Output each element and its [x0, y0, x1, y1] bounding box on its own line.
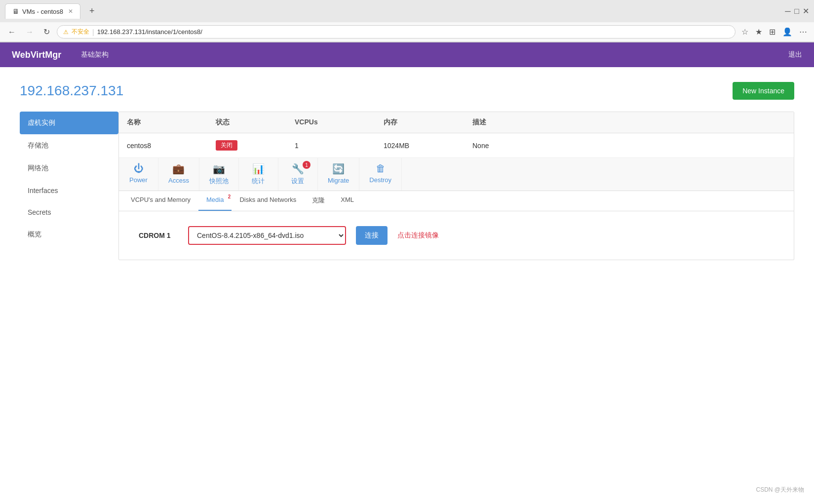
action-tab-migrate[interactable]: 🔄 Migrate [318, 158, 359, 191]
access-icon: 💼 [172, 163, 185, 175]
sidebar-item-secrets[interactable]: Secrets [20, 201, 118, 223]
action-tab-destroy[interactable]: 🗑 Destroy [359, 158, 402, 191]
connect-button[interactable]: 连接 [356, 226, 388, 245]
sub-tab-media[interactable]: 2 Media [198, 191, 232, 211]
address-separator: | [92, 28, 94, 36]
sub-tabs: VCPU's and Memory 2 Media Disks and Netw… [119, 191, 794, 211]
nav-link-infrastructure[interactable]: 基础架构 [76, 50, 114, 59]
browser-toolbar: ← → ↻ ⚠ 不安全 | 192.168.237.131/instance/1… [0, 22, 814, 42]
vm-memory: 1024MB [384, 142, 472, 150]
favorites-collection-icon[interactable]: ★ [753, 25, 764, 39]
main-panel: 名称 状态 VCPUs 内存 描述 centos8 关闭 1 1024MB No… [118, 112, 794, 260]
vm-status: 关闭 [216, 140, 295, 151]
action-tab-settings[interactable]: 1 🔧 设置 [278, 158, 318, 191]
address-text[interactable]: 192.168.237.131/instance/1/centos8/ [97, 28, 729, 36]
sidebar-item-storage[interactable]: 存储池 [20, 134, 118, 157]
browser-titlebar: 🖥 VMs - centos8 ✕ + ─ □ ✕ [0, 0, 814, 22]
col-header-desc: 描述 [472, 118, 786, 127]
sidebar-item-interfaces[interactable]: Interfaces [20, 180, 118, 201]
page-header: 192.168.237.131 New Instance [20, 82, 794, 100]
favorites-star-icon[interactable]: ☆ [739, 25, 750, 39]
col-header-name: 名称 [127, 118, 216, 127]
tab-favicon: 🖥 [12, 7, 19, 15]
vm-desc: None [472, 142, 786, 150]
sub-tab-vcpu[interactable]: VCPU's and Memory [123, 191, 198, 211]
col-header-status: 状态 [216, 118, 295, 127]
sub-tab-disks[interactable]: Disks and Networks [232, 191, 304, 211]
tab-title: VMs - centos8 [22, 8, 63, 15]
sidebar-item-overview[interactable]: 概览 [20, 223, 118, 246]
action-tab-access[interactable]: 💼 Access [158, 158, 199, 191]
table-row[interactable]: centos8 关闭 1 1024MB None [119, 133, 794, 158]
cdrom-select[interactable]: CentOS-8.4.2105-x86_64-dvd1.iso [188, 226, 346, 245]
close-button[interactable]: ✕ [802, 8, 809, 15]
power-icon: ⏻ [134, 163, 144, 174]
vm-vcpu: 1 [295, 142, 384, 150]
page-title: 192.168.237.131 [20, 83, 123, 99]
tab-close-button[interactable]: ✕ [68, 8, 73, 15]
action-tab-stats[interactable]: 📊 统计 [239, 158, 278, 191]
sub-tab-disks-label: Disks and Networks [239, 196, 296, 203]
back-button[interactable]: ← [5, 26, 19, 39]
settings-label: 设置 [291, 177, 304, 186]
status-badge: 关闭 [216, 140, 237, 151]
sub-tab-xml[interactable]: XML [333, 191, 362, 211]
sub-tab-media-label: Media [206, 196, 224, 203]
snapshot-icon: 📷 [213, 163, 225, 175]
content-layout: 虚机实例 存储池 网络池 Interfaces Secrets 概览 名称 状态… [20, 112, 794, 260]
insecure-icon: ⚠ [63, 29, 69, 36]
minimize-button[interactable]: ─ [784, 8, 791, 15]
browser-apps-icon[interactable]: ⊞ [767, 25, 777, 39]
app-logo: WebVirtMgr [12, 50, 61, 60]
toolbar-actions: ☆ ★ ⊞ 👤 ⋯ [739, 25, 809, 39]
sidebar: 虚机实例 存储池 网络池 Interfaces Secrets 概览 [20, 112, 118, 260]
action-tab-power[interactable]: ⏻ Power [119, 158, 158, 191]
sub-tab-vcpu-label: VCPU's and Memory [131, 196, 191, 203]
cdrom-section: CDROM 1 CentOS-8.4.2105-x86_64-dvd1.iso … [119, 211, 794, 260]
address-bar[interactable]: ⚠ 不安全 | 192.168.237.131/instance/1/cento… [57, 25, 736, 39]
table-header: 名称 状态 VCPUs 内存 描述 [119, 112, 794, 133]
main-content: 192.168.237.131 New Instance 虚机实例 存储池 网络… [0, 67, 814, 504]
connect-hint: 点击连接镜像 [397, 231, 439, 240]
sidebar-item-network[interactable]: 网络池 [20, 157, 118, 180]
new-instance-button[interactable]: New Instance [733, 82, 794, 100]
user-profile-icon[interactable]: 👤 [780, 25, 794, 39]
cdrom-label: CDROM 1 [139, 232, 178, 239]
destroy-icon: 🗑 [376, 163, 386, 174]
browser-tab[interactable]: 🖥 VMs - centos8 ✕ [5, 3, 80, 19]
col-header-vcpu: VCPUs [295, 118, 384, 127]
settings-badge: 1 [303, 161, 310, 169]
sub-tab-clone[interactable]: 克隆 [304, 191, 333, 211]
refresh-button[interactable]: ↻ [40, 25, 53, 39]
action-tabs: ⏻ Power 💼 Access 📷 快照池 📊 统计 1 🔧 [119, 158, 794, 191]
forward-button[interactable]: → [23, 26, 37, 39]
vm-name: centos8 [127, 142, 216, 150]
action-tab-snapshot[interactable]: 📷 快照池 [199, 158, 239, 191]
media-badge: 2 [228, 194, 231, 199]
migrate-icon: 🔄 [332, 163, 345, 175]
stats-label: 统计 [252, 177, 265, 186]
logout-button[interactable]: 退出 [788, 50, 802, 59]
insecure-label: 不安全 [72, 28, 89, 36]
sub-tab-xml-label: XML [341, 196, 354, 203]
power-label: Power [129, 176, 148, 184]
migrate-label: Migrate [328, 177, 349, 184]
access-label: Access [168, 177, 189, 184]
browser-menu-icon[interactable]: ⋯ [797, 25, 809, 39]
browser-chrome: 🖥 VMs - centos8 ✕ + ─ □ ✕ ← → ↻ ⚠ 不安全 | … [0, 0, 814, 42]
new-tab-button[interactable]: + [84, 3, 100, 19]
snapshot-label: 快照池 [209, 177, 229, 186]
maximize-button[interactable]: □ [793, 8, 800, 15]
app-header: WebVirtMgr 基础架构 退出 [0, 42, 814, 67]
sidebar-item-vms[interactable]: 虚机实例 [20, 112, 118, 134]
destroy-label: Destroy [369, 176, 391, 184]
col-header-memory: 内存 [384, 118, 472, 127]
sub-tab-clone-label: 克隆 [312, 196, 325, 204]
watermark: CSDN @天外来物 [756, 486, 804, 494]
stats-icon: 📊 [252, 163, 265, 175]
